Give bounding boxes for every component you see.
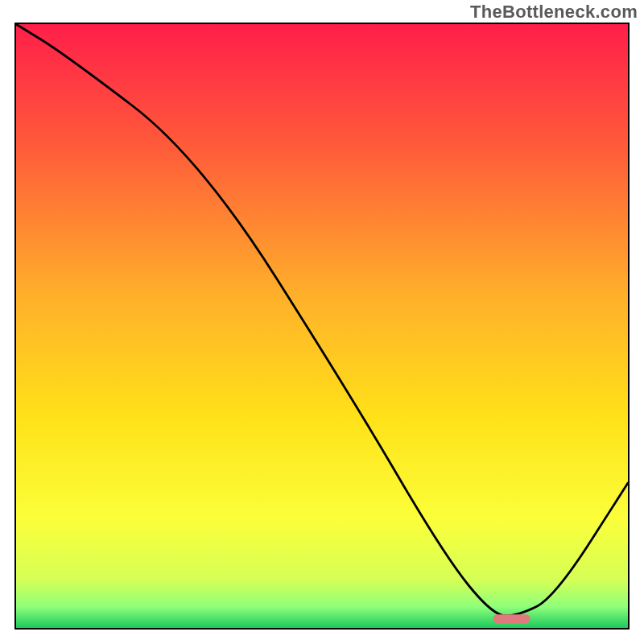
chart-root: TheBottleneck.com — [0, 0, 644, 644]
watermark-text: TheBottleneck.com — [470, 2, 638, 23]
svg-rect-1 — [493, 614, 530, 623]
optimum-marker — [16, 24, 628, 628]
plot-area — [14, 23, 630, 630]
